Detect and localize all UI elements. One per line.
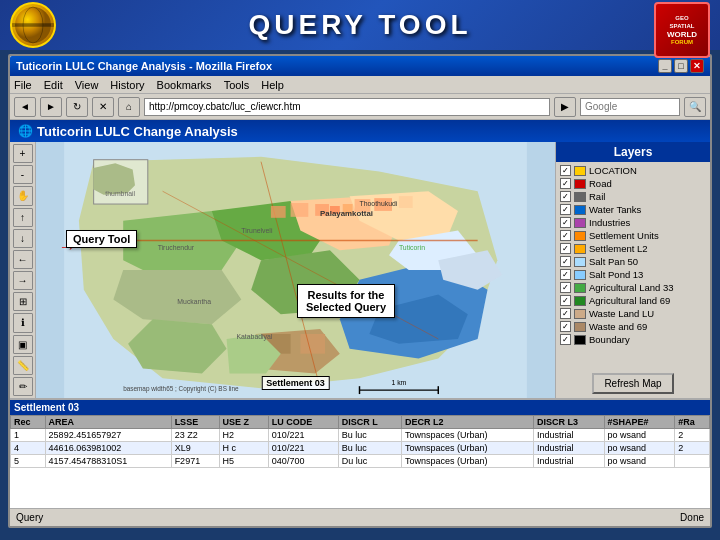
layer-checkbox-6[interactable] bbox=[560, 243, 571, 254]
layer-item-1: Road bbox=[558, 177, 708, 190]
reload-button[interactable]: ↻ bbox=[66, 97, 88, 117]
col-header: USE Z bbox=[219, 416, 268, 429]
layer-item-11: Waste Land LU bbox=[558, 307, 708, 320]
menu-edit[interactable]: Edit bbox=[44, 79, 63, 91]
table-cell: H5 bbox=[219, 455, 268, 468]
layer-checkbox-1[interactable] bbox=[560, 178, 571, 189]
menu-history[interactable]: History bbox=[110, 79, 144, 91]
table-cell: 5 bbox=[11, 455, 46, 468]
col-header: LSSE bbox=[171, 416, 219, 429]
layer-checkbox-13[interactable] bbox=[560, 334, 571, 345]
tool-right[interactable]: → bbox=[13, 271, 33, 290]
layers-panel: Layers LOCATION Road Rail Water Tanks In… bbox=[555, 142, 710, 398]
menu-file[interactable]: File bbox=[14, 79, 32, 91]
layer-label-8: Salt Pond 13 bbox=[589, 269, 643, 280]
results-label: Results for the Selected Query bbox=[297, 284, 395, 318]
tool-identify[interactable]: ℹ bbox=[13, 313, 33, 332]
layer-checkbox-11[interactable] bbox=[560, 308, 571, 319]
layer-label-5: Settlement Units bbox=[589, 230, 659, 241]
tool-zoom-out[interactable]: - bbox=[13, 165, 33, 184]
address-bar[interactable] bbox=[144, 98, 550, 116]
svg-text:Palayamkottai: Palayamkottai bbox=[320, 209, 373, 218]
layer-checkbox-0[interactable] bbox=[560, 165, 571, 176]
layer-checkbox-5[interactable] bbox=[560, 230, 571, 241]
layers-header: Layers bbox=[556, 142, 710, 162]
table-row: 444616.063981002XL9H c010/221Bu lucTowns… bbox=[11, 442, 710, 455]
tool-left[interactable]: ← bbox=[13, 250, 33, 269]
layer-color-3 bbox=[574, 205, 586, 215]
tool-up[interactable]: ↑ bbox=[13, 208, 33, 227]
layer-label-2: Rail bbox=[589, 191, 605, 202]
tool-measure[interactable]: 📏 bbox=[13, 356, 33, 375]
table-cell bbox=[675, 455, 710, 468]
layer-checkbox-2[interactable] bbox=[560, 191, 571, 202]
header-bar: QUERY TOOL GEO SPATIAL WORLD FORUM bbox=[0, 0, 720, 50]
layer-item-12: Waste and 69 bbox=[558, 320, 708, 333]
window-controls: _ □ ✕ bbox=[658, 59, 704, 73]
table-cell: Du luc bbox=[338, 455, 401, 468]
forward-button[interactable]: ► bbox=[40, 97, 62, 117]
minimize-button[interactable]: _ bbox=[658, 59, 672, 73]
table-cell: Townspaces (Urban) bbox=[402, 429, 534, 442]
layer-checkbox-10[interactable] bbox=[560, 295, 571, 306]
table-cell: 2 bbox=[675, 429, 710, 442]
layer-color-4 bbox=[574, 218, 586, 228]
tool-fullextent[interactable]: ⊞ bbox=[13, 292, 33, 311]
maximize-button[interactable]: □ bbox=[674, 59, 688, 73]
close-button[interactable]: ✕ bbox=[690, 59, 704, 73]
table-cell: 010/221 bbox=[268, 442, 338, 455]
layer-color-12 bbox=[574, 322, 586, 332]
menu-tools[interactable]: Tools bbox=[224, 79, 250, 91]
table-cell: 4 bbox=[11, 442, 46, 455]
tool-pan[interactable]: ✋ bbox=[13, 186, 33, 205]
menu-help[interactable]: Help bbox=[261, 79, 284, 91]
go-button[interactable]: ▶ bbox=[554, 97, 576, 117]
tool-select[interactable]: ▣ bbox=[13, 335, 33, 354]
col-header: #Ra bbox=[675, 416, 710, 429]
svg-text:Tuticorin: Tuticorin bbox=[399, 244, 425, 251]
layer-checkbox-4[interactable] bbox=[560, 217, 571, 228]
tool-zoom-in[interactable]: + bbox=[13, 144, 33, 163]
col-header: AREA bbox=[45, 416, 171, 429]
col-header: DISCR L bbox=[338, 416, 401, 429]
page-title: QUERY TOOL bbox=[248, 9, 471, 41]
layer-checkbox-9[interactable] bbox=[560, 282, 571, 293]
table-scroll[interactable]: RecAREALSSEUSE ZLU CODEDISCR LDECR L2DIS… bbox=[10, 415, 710, 508]
layer-color-0 bbox=[574, 166, 586, 176]
table-cell: Townspaces (Urban) bbox=[402, 455, 534, 468]
layer-checkbox-7[interactable] bbox=[560, 256, 571, 267]
layer-checkbox-3[interactable] bbox=[560, 204, 571, 215]
tool-down[interactable]: ↓ bbox=[13, 229, 33, 248]
browser-title: Tuticorin LULC Change Analysis - Mozilla… bbox=[16, 60, 272, 72]
search-input[interactable] bbox=[580, 98, 680, 116]
svg-text:Tirunelveli: Tirunelveli bbox=[241, 227, 273, 234]
table-cell: H2 bbox=[219, 429, 268, 442]
back-button[interactable]: ◄ bbox=[14, 97, 36, 117]
refresh-map-button[interactable]: Refresh Map bbox=[592, 373, 673, 394]
menu-bookmarks[interactable]: Bookmarks bbox=[157, 79, 212, 91]
table-cell: 23 Z2 bbox=[171, 429, 219, 442]
search-button[interactable]: 🔍 bbox=[684, 97, 706, 117]
tool-edit[interactable]: ✏ bbox=[13, 377, 33, 396]
browser-titlebar: Tuticorin LULC Change Analysis - Mozilla… bbox=[10, 56, 710, 76]
svg-text:basemap width65 ; Copyright (C: basemap width65 ; Copyright (C) BS line bbox=[123, 385, 239, 393]
layer-checkbox-8[interactable] bbox=[560, 269, 571, 280]
stop-button[interactable]: ✕ bbox=[92, 97, 114, 117]
home-button[interactable]: ⌂ bbox=[118, 97, 140, 117]
layers-list: LOCATION Road Rail Water Tanks Industrie… bbox=[556, 162, 710, 369]
layer-color-8 bbox=[574, 270, 586, 280]
layer-checkbox-12[interactable] bbox=[560, 321, 571, 332]
menu-view[interactable]: View bbox=[75, 79, 99, 91]
table-cell: Industrial bbox=[533, 429, 604, 442]
layer-item-5: Settlement Units bbox=[558, 229, 708, 242]
table-cell: Townspaces (Urban) bbox=[402, 442, 534, 455]
table-cell: Bu luc bbox=[338, 442, 401, 455]
layer-item-6: Settlement L2 bbox=[558, 242, 708, 255]
layer-label-9: Agricultural Land 33 bbox=[589, 282, 674, 293]
map-svg: thumbnail basemap width65 ; Copyright (C… bbox=[36, 142, 555, 398]
svg-text:Muckantha: Muckantha bbox=[177, 298, 211, 305]
svg-rect-17 bbox=[300, 334, 325, 354]
table-cell: po wsand bbox=[604, 455, 675, 468]
app-body: + - ✋ ↑ ↓ ← → ⊞ ℹ ▣ 📏 ✏ bbox=[10, 142, 710, 398]
layer-label-0: LOCATION bbox=[589, 165, 637, 176]
